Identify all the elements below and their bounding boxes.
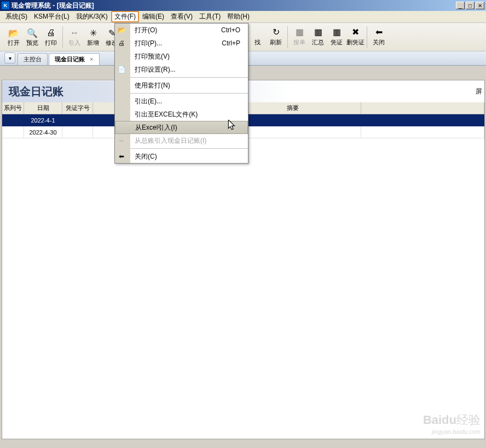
cell [62, 114, 93, 126]
menu-item-open[interactable]: 📂 打开(O) Ctrl+O [130, 24, 248, 37]
menu-item-import-gl: ↔ 从总账引入现金日记账(I) [130, 134, 248, 147]
delete-icon: ✖ [346, 26, 364, 38]
menu-item-export[interactable]: 引出(E)... [130, 95, 248, 108]
maximize-button[interactable]: □ [466, 2, 475, 9]
menu-edit[interactable]: 编辑(E) [139, 11, 167, 22]
cell [62, 126, 93, 138]
open-icon: 📂 [4, 27, 23, 39]
summary-icon: ▦ [309, 26, 327, 38]
menu-item-use-template[interactable]: 使用套打(N) [130, 79, 248, 92]
menu-item-close[interactable]: ⬅ 关闭(C) [130, 150, 248, 163]
tool-bybill: ▦ 按单 [290, 26, 309, 48]
window-controls: _ □ ✕ [456, 2, 484, 9]
close-button[interactable]: ✕ [476, 2, 484, 9]
separator [367, 26, 367, 48]
title-bar: K 现金管理系统 - [现金日记账] _ □ ✕ [0, 0, 486, 11]
menu-item-print[interactable]: 🖨 打印(P)... Ctrl+P [130, 37, 248, 50]
preview-icon: 🔍 [23, 27, 42, 39]
close-icon: ⬅ [369, 26, 388, 38]
find-icon [248, 26, 267, 38]
menu-item-print-preview[interactable]: 打印预览(V) [130, 50, 248, 63]
tool-preview[interactable]: 🔍 预览 [23, 27, 42, 47]
bill-icon: ▦ [290, 26, 309, 38]
menu-ksm[interactable]: KSM平台(L) [31, 11, 73, 22]
open-icon: 📂 [117, 26, 126, 34]
separator [287, 26, 288, 48]
refresh-icon: ↻ [267, 26, 285, 38]
file-menu-dropdown: 📂 打开(O) Ctrl+O 🖨 打印(P)... Ctrl+P 打印预览(V)… [114, 23, 248, 164]
tool-summary[interactable]: ▦ 汇总 [309, 26, 327, 48]
print-icon: 🖨 [42, 27, 60, 39]
voucher-icon: ▦ [327, 26, 346, 38]
tab-cash-journal[interactable]: 现金日记账 × [49, 53, 100, 65]
shortcut: Ctrl+O [221, 26, 244, 34]
separator [130, 93, 248, 94]
menu-item-import-excel[interactable]: 从Excel引入(I) [115, 121, 248, 134]
import-icon: ↔ [65, 27, 84, 39]
menu-item-print-settings[interactable]: 📄 打印设置(R)... [130, 63, 248, 76]
add-icon: ✳ [84, 27, 102, 39]
minimize-button[interactable]: _ [456, 2, 465, 9]
col-extra[interactable] [361, 102, 484, 114]
tool-print[interactable]: 🖨 打印 [42, 27, 60, 47]
menu-system[interactable]: 系统(S) [2, 11, 31, 22]
tool-find[interactable]: 找 [248, 26, 267, 48]
col-date[interactable]: 日期 [24, 102, 62, 114]
col-serial[interactable]: 系列号 [2, 102, 24, 114]
right-label: 屏 [476, 87, 484, 96]
tool-voucher[interactable]: ▦ 凭证 [327, 26, 346, 48]
tab-main-console[interactable]: 主控台 [18, 53, 48, 65]
tab-dropdown-button[interactable]: ▾ [4, 53, 15, 63]
transfer-icon: ↔ [117, 136, 126, 145]
tab-label: 现金日记账 [55, 56, 85, 62]
tool-delvoucher[interactable]: ✖ 删凭证 [346, 26, 364, 48]
tool-add[interactable]: ✳ 新增 [84, 27, 102, 47]
menu-tools[interactable]: 工具(T) [196, 11, 224, 22]
page-title: 现金日记账 [9, 84, 63, 99]
app-icon: K [2, 2, 9, 9]
menu-item-export-excel[interactable]: 引出至EXCEL文件(K) [130, 108, 248, 121]
page-icon: 📄 [117, 65, 126, 74]
tool-import: ↔ 引入 [65, 27, 84, 47]
separator [130, 77, 248, 78]
menu-help[interactable]: 帮助(H) [224, 11, 253, 22]
close-icon: ⬅ [117, 152, 126, 161]
tab-close-button[interactable]: × [90, 56, 93, 62]
cell-date: 2022-4-1 [24, 114, 62, 126]
cell [2, 126, 24, 138]
separator [62, 26, 63, 48]
print-icon: 🖨 [117, 39, 126, 48]
tool-close[interactable]: ⬅ 关闭 [369, 26, 388, 48]
window-title: 现金管理系统 - [现金日记账] [11, 1, 456, 10]
separator [130, 148, 248, 149]
tool-open[interactable]: 📂 打开 [4, 27, 23, 47]
menu-file[interactable]: 文件(F) [111, 11, 139, 22]
col-voucher-no[interactable]: 凭证字号 [62, 102, 93, 114]
shortcut: Ctrl+P [222, 39, 244, 47]
cell [361, 126, 484, 138]
menu-view[interactable]: 查看(V) [167, 11, 196, 22]
menu-bar: 系统(S) KSM平台(L) 我的K/3(K) 文件(F) 编辑(E) 查看(V… [0, 11, 486, 23]
cell-date: 2022-4-30 [24, 126, 62, 138]
cell [361, 114, 484, 126]
tool-refresh[interactable]: ↻ 刷新 [267, 26, 285, 48]
menu-myk3[interactable]: 我的K/3(K) [73, 11, 111, 22]
cell [2, 114, 24, 126]
